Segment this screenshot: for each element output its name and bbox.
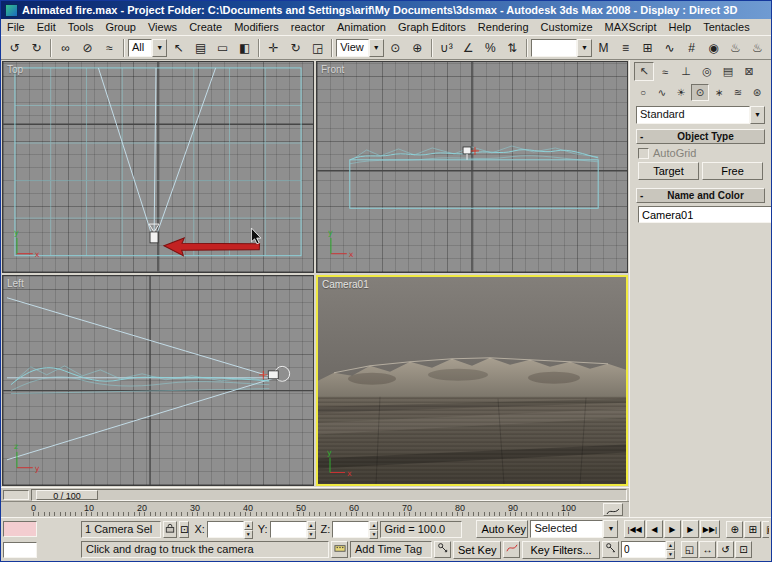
object-name-input[interactable] <box>638 206 771 223</box>
open-mini-curve-editor-button[interactable] <box>603 503 623 516</box>
current-frame-input[interactable] <box>621 541 666 558</box>
go-to-end-button[interactable]: ▶▶| <box>700 520 720 538</box>
menu-item[interactable]: Views <box>142 20 183 34</box>
material-editor-icon[interactable]: ◉ <box>703 38 724 58</box>
align-icon[interactable]: ≡ <box>615 38 636 58</box>
time-slider-thumb[interactable]: 0 / 100 <box>36 490 98 500</box>
menu-item[interactable]: Tentacles <box>697 20 755 34</box>
x-coordinate-field[interactable]: ▲▼ <box>207 521 253 538</box>
viewport-label-top[interactable]: Top <box>7 64 23 75</box>
menu-item[interactable]: Edit <box>31 20 62 34</box>
x-input[interactable] <box>207 521 244 538</box>
y-spinner[interactable]: ▲▼ <box>307 521 316 538</box>
quick-render-icon[interactable]: ♨ <box>747 38 768 58</box>
chevron-down-icon[interactable]: ▼ <box>369 39 384 57</box>
menu-item[interactable]: reactor <box>285 20 331 34</box>
category-cameras[interactable]: ⊙ <box>691 84 709 101</box>
selection-filter-dropdown[interactable]: All ▼ <box>128 39 167 57</box>
viewport-label-left[interactable]: Left <box>7 278 24 289</box>
viewport-left[interactable]: y z Left <box>2 275 314 487</box>
category-geometry[interactable]: ○ <box>634 84 652 101</box>
default-in-out-tangent-button[interactable] <box>503 541 520 558</box>
zoom-extents-icon[interactable]: ▣ <box>762 521 769 538</box>
select-and-rotate-icon[interactable]: ↻ <box>285 38 306 58</box>
category-space-warps[interactable]: ≋ <box>729 84 747 101</box>
menu-item[interactable]: Graph Editors <box>392 20 472 34</box>
title-bar[interactable]: Animated fire.max - Project Folder: C:\D… <box>1 1 771 19</box>
schematic-view-icon[interactable]: # <box>681 38 702 58</box>
menu-item[interactable]: Rendering <box>472 20 535 34</box>
maxscript-mini-listener-input[interactable] <box>3 542 37 558</box>
z-input[interactable] <box>332 521 369 538</box>
tab-hierarchy[interactable]: ⊥ <box>676 62 696 81</box>
play-button[interactable]: ▶ <box>664 520 681 538</box>
menu-item[interactable]: MAXScript <box>599 20 663 34</box>
pan-view-icon[interactable]: ↔ <box>699 541 716 558</box>
select-and-scale-icon[interactable]: ◲ <box>307 38 328 58</box>
class-dropdown[interactable]: Standard ▼ <box>636 106 765 124</box>
add-time-tag[interactable]: Add Time Tag <box>350 541 432 558</box>
snaps-toggle-icon[interactable]: ∪³ <box>436 38 457 58</box>
use-pivot-point-center-icon[interactable]: ⊙ <box>385 38 406 58</box>
chevron-down-icon[interactable]: ▼ <box>152 39 167 57</box>
window-crossing-icon[interactable]: ◧ <box>234 38 255 58</box>
bind-to-space-warp-icon[interactable]: ≈ <box>99 38 120 58</box>
z-coordinate-field[interactable]: ▲▼ <box>332 521 378 538</box>
category-lights[interactable]: ☀ <box>672 84 690 101</box>
next-frame-button[interactable]: ▶ <box>682 520 699 538</box>
absolute-mode-toggle[interactable]: ⊡ <box>179 521 189 538</box>
undo-icon[interactable]: ↺ <box>4 38 25 58</box>
rollout-header-name-and-color[interactable]: - Name and Color <box>636 188 765 203</box>
x-spinner[interactable]: ▲▼ <box>244 521 253 538</box>
curve-editor-icon[interactable]: ∿ <box>659 38 680 58</box>
redo-icon[interactable]: ↻ <box>26 38 47 58</box>
named-selection-sets-dropdown[interactable]: ▼ <box>531 39 592 57</box>
unlink-selection-icon[interactable]: ⊘ <box>77 38 98 58</box>
key-filters-button[interactable]: Key Filters... <box>522 541 600 559</box>
select-and-link-icon[interactable]: ∞ <box>55 38 76 58</box>
tab-motion[interactable]: ◎ <box>697 62 717 81</box>
viewport-camera[interactable]: x y Camera01 <box>316 275 628 487</box>
frame-spinner[interactable]: ▲▼ <box>666 541 675 558</box>
y-input[interactable] <box>270 521 307 538</box>
reference-coordinate-dropdown[interactable]: View ▼ <box>336 39 384 57</box>
set-keys-button[interactable] <box>434 541 451 558</box>
viewport-label-camera[interactable]: Camera01 <box>322 279 369 290</box>
arc-rotate-icon[interactable]: ↺ <box>717 541 734 558</box>
menu-item[interactable]: Animation <box>331 20 392 34</box>
select-by-name-icon[interactable]: ▤ <box>190 38 211 58</box>
category-shapes[interactable]: ∿ <box>653 84 671 101</box>
tab-modify[interactable]: ≈ <box>655 62 675 81</box>
menu-item[interactable]: Group <box>99 20 142 34</box>
layer-manager-icon[interactable]: ⊞ <box>637 38 658 58</box>
rollout-header-object-type[interactable]: - Object Type <box>636 129 765 144</box>
auto-key-button[interactable]: Auto Key <box>476 520 528 538</box>
menu-item[interactable]: Customize <box>535 20 599 34</box>
current-frame-field[interactable]: ▲▼ <box>621 541 675 558</box>
select-and-move-icon[interactable]: ✛ <box>263 38 284 58</box>
viewport-top[interactable]: x y Top <box>2 61 314 273</box>
menu-item[interactable]: Create <box>183 20 228 34</box>
autogrid-row[interactable]: AutoGrid <box>638 147 763 159</box>
maximize-viewport-toggle-icon[interactable]: ⊡ <box>735 541 752 558</box>
keyboard-shortcut-override-toggle[interactable] <box>331 541 348 558</box>
camera-object-left[interactable] <box>259 366 289 381</box>
free-button[interactable]: Free <box>702 162 763 180</box>
set-key-button[interactable]: Set Key <box>453 541 501 559</box>
chevron-down-icon[interactable]: ▼ <box>603 520 618 538</box>
tab-create[interactable]: ↖ <box>634 62 654 81</box>
tab-utilities[interactable]: ⊠ <box>739 62 759 81</box>
menu-item[interactable]: File <box>1 20 31 34</box>
selection-region-icon[interactable]: ▭ <box>212 38 233 58</box>
viewport-front[interactable]: x y Front <box>316 61 628 273</box>
previous-frame-button[interactable]: ◀ <box>646 520 663 538</box>
key-mode-dropdown[interactable]: Selected ▼ <box>530 520 618 538</box>
target-button[interactable]: Target <box>638 162 699 180</box>
percent-snap-icon[interactable]: % <box>480 38 501 58</box>
category-systems[interactable]: ⊛ <box>748 84 766 101</box>
chevron-down-icon[interactable]: ▼ <box>577 39 592 57</box>
tab-display[interactable]: ▤ <box>718 62 738 81</box>
render-setup-icon[interactable]: ♨ <box>725 38 746 58</box>
field-of-view-icon[interactable]: ◱ <box>681 541 698 558</box>
selection-lock-toggle[interactable] <box>163 521 177 538</box>
